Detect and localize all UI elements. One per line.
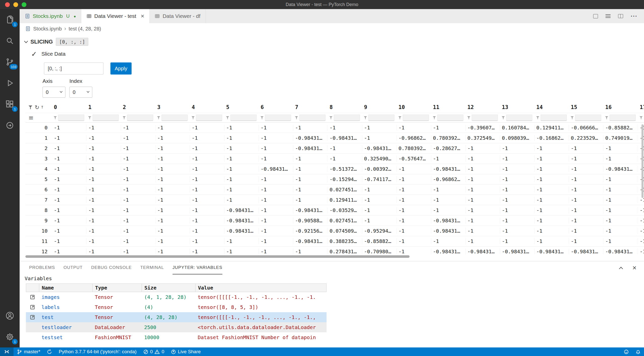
index-select[interactable]: 0 — [69, 87, 92, 98]
grid-column-header[interactable]: 6 — [259, 104, 293, 110]
tab-data-viewer-df[interactable]: Data Viewer - df — [149, 9, 206, 23]
grid-cell[interactable]: -1 — [259, 176, 293, 182]
chevron-down-icon[interactable] — [24, 39, 28, 43]
grid-cell[interactable]: -1 — [431, 187, 466, 193]
grid-cell[interactable]: -1 — [535, 145, 569, 151]
grid-cell[interactable]: -1 — [293, 187, 328, 193]
grid-cell[interactable]: -1 — [362, 207, 397, 213]
grid-cell[interactable]: -1 — [224, 238, 259, 244]
filter-input[interactable] — [472, 115, 498, 121]
grid-cell[interactable]: -0.16862… — [535, 135, 569, 141]
open-in-data-viewer-icon[interactable] — [26, 302, 39, 312]
grid-cell[interactable]: -1 — [259, 207, 293, 213]
grid-cell[interactable]: -1 — [603, 238, 638, 244]
grid-cell[interactable]: -0.98431… — [569, 248, 603, 254]
slice-data-checkbox[interactable]: ✓ — [31, 50, 37, 58]
grid-cell[interactable]: -1 — [638, 197, 644, 203]
grid-cell[interactable]: -1 — [259, 197, 293, 203]
grid-cell[interactable]: -1 — [603, 145, 638, 151]
grid-cell[interactable]: -0.74117… — [362, 176, 397, 182]
grid-cell[interactable]: -1 — [500, 166, 535, 172]
grid-cell[interactable]: -1 — [87, 218, 121, 224]
grid-column-header[interactable]: 15 — [569, 104, 603, 110]
grid-cell[interactable]: -1 — [121, 238, 155, 244]
grid-cell[interactable]: -1 — [293, 197, 328, 203]
apply-button[interactable]: Apply — [110, 62, 132, 75]
zoom-window-button[interactable] — [22, 2, 26, 7]
extensions-button[interactable]: 1 — [0, 94, 20, 115]
grid-cell[interactable]: -1 — [52, 238, 87, 244]
grid-cell[interactable]: -1 — [397, 187, 431, 193]
grid-cell[interactable]: -1 — [121, 135, 155, 141]
filter-input[interactable] — [610, 115, 636, 121]
grid-cell[interactable]: -1 — [190, 218, 224, 224]
grid-column-header[interactable]: 10 — [397, 104, 431, 110]
grid-column-header[interactable]: 9 — [362, 104, 397, 110]
grid-cell[interactable]: -1 — [603, 187, 638, 193]
grid-cell[interactable]: -1 — [87, 135, 121, 141]
grid-cell[interactable]: -1 — [328, 125, 362, 131]
refresh-icon[interactable]: ↻ — [35, 104, 39, 111]
problems-status[interactable]: 0 0 — [140, 347, 168, 356]
grid-cell[interactable]: -1 — [569, 187, 603, 193]
variable-row[interactable]: labelsTensor(4)tensor([8, 8, 5, 3]) — [26, 302, 327, 312]
source-control-button[interactable]: 103 — [0, 51, 20, 73]
filter-input[interactable] — [93, 115, 119, 121]
grid-cell[interactable]: -1 — [569, 207, 603, 213]
grid-cell[interactable]: -0.96862… — [397, 135, 431, 141]
grid-cell[interactable]: -1 — [466, 156, 500, 162]
grid-cell[interactable]: -1 — [603, 156, 638, 162]
variables-header-cell[interactable]: Name — [39, 284, 93, 292]
filter-input[interactable] — [437, 115, 463, 121]
grid-cell[interactable]: -1 — [328, 145, 362, 151]
grid-cell[interactable]: -1 — [121, 145, 155, 151]
grid-cell[interactable]: -1 — [466, 145, 500, 151]
grid-cell[interactable]: -0.90588… — [293, 218, 328, 224]
grid-cell[interactable]: -1 — [569, 197, 603, 203]
dirty-indicator[interactable]: ● — [74, 14, 76, 18]
layout-icon[interactable] — [593, 14, 598, 18]
grid-cell[interactable]: -1 — [535, 197, 569, 203]
grid-cell[interactable]: -1 — [190, 145, 224, 151]
grid-cell[interactable]: -1 — [259, 135, 293, 141]
filter-input[interactable] — [403, 115, 429, 121]
filter-input[interactable] — [265, 115, 291, 121]
grid-cell[interactable]: -0.96862… — [431, 176, 466, 182]
grid-cell[interactable]: -1 — [87, 176, 121, 182]
filter-input[interactable] — [575, 115, 601, 121]
maximize-panel-icon[interactable] — [619, 267, 623, 271]
grid-column-header[interactable]: 13 — [500, 104, 535, 110]
grid-cell[interactable]: -1 — [224, 145, 259, 151]
grid-cell[interactable]: -1 — [500, 176, 535, 182]
grid-cell[interactable]: 0.325490… — [362, 156, 397, 162]
variable-row[interactable]: imagesTensor(4, 1, 28, 28)tensor([[[[-1.… — [26, 292, 327, 302]
grid-cell[interactable]: -1 — [155, 156, 190, 162]
grid-cell[interactable]: -0.98431… — [224, 218, 259, 224]
grid-cell[interactable]: -1 — [121, 228, 155, 234]
grid-cell[interactable]: -0.98431… — [259, 166, 293, 172]
grid-cell[interactable]: -0.39607… — [466, 125, 500, 131]
grid-cell[interactable]: -1 — [190, 187, 224, 193]
grid-cell[interactable]: -0.98431… — [431, 166, 466, 172]
grid-cell[interactable]: -1 — [397, 166, 431, 172]
grid-cell[interactable]: -1 — [87, 248, 121, 254]
grid-cell[interactable]: -1 — [328, 156, 362, 162]
open-in-data-viewer-icon[interactable] — [26, 292, 39, 302]
grid-cell[interactable]: -1 — [190, 238, 224, 244]
grid-cell[interactable]: -1 — [121, 207, 155, 213]
grid-cell[interactable]: -1 — [466, 187, 500, 193]
grid-cell[interactable]: -1 — [362, 187, 397, 193]
grid-column-header[interactable]: 14 — [535, 104, 569, 110]
filter-input[interactable] — [196, 115, 222, 121]
sync-button[interactable] — [44, 347, 55, 356]
panel-tab-debug-console[interactable]: DEBUG CONSOLE — [91, 261, 132, 274]
grid-cell[interactable]: -1 — [397, 207, 431, 213]
grid-cell[interactable]: -1 — [52, 135, 87, 141]
variable-row[interactable]: testsetFashionMNIST10000Dataset FashionM… — [26, 332, 327, 342]
grid-cell[interactable]: 0.223529… — [569, 135, 603, 141]
filter-input[interactable] — [299, 115, 326, 121]
slicing-section-title[interactable]: SLICING — [30, 39, 53, 45]
grid-column-header[interactable]: 5 — [224, 104, 259, 110]
grid-cell[interactable]: 0.129411… — [535, 125, 569, 131]
grid-cell[interactable]: -1 — [397, 228, 431, 234]
